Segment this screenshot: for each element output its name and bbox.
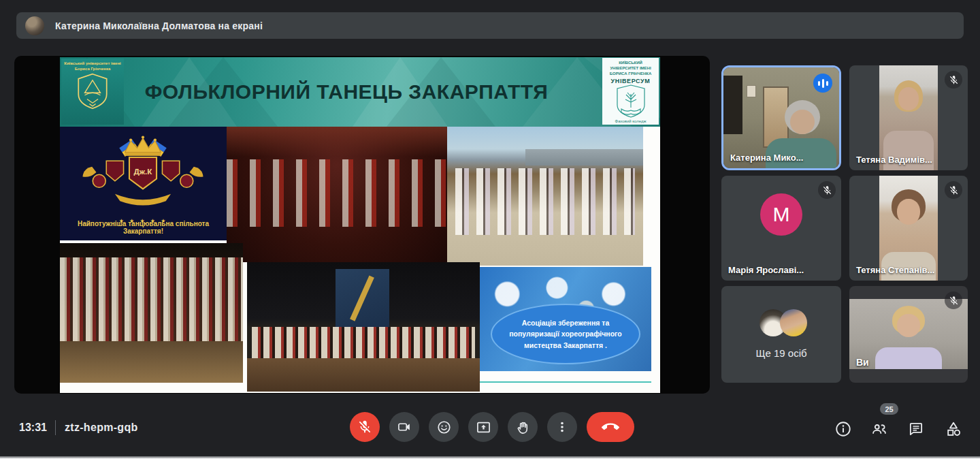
collage-stage-group-photo — [247, 262, 480, 392]
end-call-button[interactable] — [587, 412, 634, 442]
presenter-avatar — [25, 16, 44, 35]
slide-header: Київський університет імені Бориса Грінч… — [60, 57, 660, 127]
chat-panel-button[interactable] — [907, 420, 925, 438]
crest-monogram: Дж.К — [134, 168, 153, 176]
outdoor-dancers — [455, 168, 636, 235]
participant-tile-tetiana-v[interactable]: Тетяна Вадимів... — [849, 65, 968, 170]
activities-panel-button[interactable] — [945, 420, 962, 438]
dance-community-crest-icon: Дж.К — [82, 131, 204, 211]
activities-shapes-icon — [945, 420, 962, 438]
clock-time: 13:31 — [19, 422, 47, 434]
stage-backdrop-banner — [336, 269, 389, 328]
participant-name: Тетяна Степанів... — [856, 265, 934, 275]
participant-tile-self[interactable]: Ви — [849, 286, 968, 383]
camera-button[interactable] — [389, 412, 419, 442]
more-vert-icon — [555, 420, 570, 434]
chat-icon — [907, 420, 925, 438]
info-icon — [834, 420, 852, 438]
call-end-icon — [602, 418, 619, 436]
participant-tile-maria[interactable]: M Марія Ярославі... — [721, 176, 841, 281]
mic-muted-icon — [945, 71, 962, 89]
participant-name: Катерина Мико... — [730, 153, 803, 163]
videocam-icon — [397, 420, 412, 434]
people-panel-button[interactable] — [870, 420, 888, 438]
collage-ensemble-line-photo — [60, 243, 243, 383]
overflow-avatar-2 — [780, 309, 807, 336]
participant-avatar: M — [760, 193, 802, 236]
universum-footer-text: Фаховий коледж — [615, 119, 647, 123]
universum-emblem-right: КИЇВСЬКИЙ УНІВЕРСИТЕТ ІМЕНІ БОРИСА ГРІНЧ… — [602, 58, 659, 125]
shared-screen-tile[interactable]: Київський університет імені Бориса Грінч… — [14, 56, 710, 394]
presentation-slide: Київський університет імені Бориса Грінч… — [60, 57, 660, 393]
ensemble-performers — [60, 257, 243, 341]
bottom-bar-divider — [55, 420, 56, 435]
google-meet-window: Катерина Миколаївна Долматова на екрані … — [0, 0, 980, 459]
universum-university-text: КИЇВСЬКИЙ УНІВЕРСИТЕТ ІМЕНІ БОРИСА ГРІНЧ… — [605, 61, 657, 76]
participant-count-badge: 25 — [880, 403, 898, 415]
people-icon — [870, 420, 888, 438]
microphone-off-button[interactable] — [350, 412, 380, 442]
slide-title: ФОЛЬКЛОРНИЙ ТАНЕЦЬ ЗАКАРПАТТЯ — [135, 57, 558, 127]
overflow-count-label: Ще 19 осіб — [721, 347, 841, 359]
seated-performers-row — [252, 327, 475, 358]
university-emblem-left-text: Київський університет імені Бориса Грінч… — [64, 61, 121, 72]
mic-muted-icon — [945, 291, 962, 309]
participant-tile-tetiana-s[interactable]: Тетяна Степанів... — [849, 176, 968, 281]
stage-floor — [247, 358, 480, 392]
participant-tile-katerina[interactable]: Катерина Мико... — [721, 65, 841, 170]
collage-stage-dancers-photo — [227, 127, 447, 262]
universum-name: УНІВЕРСУМ — [611, 78, 651, 84]
presenting-banner-text: Катерина Миколаївна Долматова на екрані — [55, 20, 263, 31]
participant-name: Тетяна Вадимів... — [856, 155, 932, 165]
crest-caption: Найпотужніша танцювальна спільнота Закар… — [60, 220, 227, 235]
collage-association-painting: Асоціація збереження та популяризації хо… — [480, 267, 651, 371]
slide-divider-line — [480, 381, 651, 383]
meeting-details-button[interactable] — [834, 420, 852, 438]
audio-activity-icon — [813, 74, 832, 93]
raise-hand-icon — [515, 420, 531, 435]
mic-off-icon — [357, 420, 372, 434]
association-caption-oval: Асоціація збереження та популяризації хо… — [491, 304, 640, 364]
university-emblem-left: Київський університет імені Бориса Грінч… — [61, 59, 124, 125]
mic-muted-icon — [945, 181, 962, 199]
raise-hand-button[interactable] — [508, 412, 538, 442]
collage-outdoor-dance-photo — [447, 127, 643, 266]
present-to-all-icon — [476, 420, 491, 435]
emoji-reactions-button[interactable] — [429, 412, 459, 442]
present-screen-button[interactable] — [468, 412, 498, 442]
participant-name: Марія Ярославі... — [728, 265, 804, 275]
window-bottom-edge — [0, 456, 980, 459]
participant-tile-overflow[interactable]: Ще 19 осіб — [721, 286, 841, 383]
stage-curtain — [227, 127, 447, 157]
stage-dancers — [227, 159, 447, 227]
mic-muted-icon — [818, 181, 836, 199]
university-shield-icon — [77, 72, 108, 110]
participant-name: Ви — [856, 357, 869, 368]
collage-crest-photo: Дж.К ★ ★ ★ ★ ★ Найпотужніша танцювальна … — [60, 127, 227, 240]
outdoor-roof — [525, 149, 643, 165]
universum-tree-book-icon — [616, 84, 646, 118]
presenting-banner: Катерина Миколаївна Долматова на екрані — [16, 12, 964, 39]
emoji-icon — [436, 420, 452, 435]
meeting-code: ztz-hepm-gqb — [65, 422, 138, 434]
more-options-button[interactable] — [547, 412, 577, 442]
